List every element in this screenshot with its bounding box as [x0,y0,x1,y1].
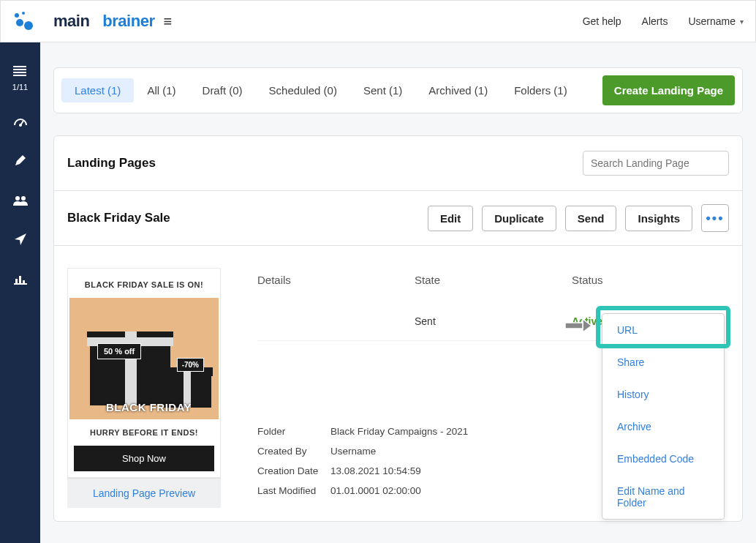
insights-button[interactable]: Insights [625,206,692,231]
svg-rect-13 [15,279,18,283]
shop-now-button[interactable]: Shop Now [74,446,214,471]
dropdown-item-edit-name-folder[interactable]: Edit Name and Folder [602,475,724,519]
svg-rect-4 [13,66,26,67]
discount-tag-50: 50 % off [97,343,141,359]
sidebar-counter: 1/11 [12,83,28,91]
more-actions-dropdown: URL Share History Archive Embedded Code … [602,313,725,520]
svg-point-10 [15,196,20,201]
black-friday-label: BLACK FRIDAY [106,401,192,413]
sidebar: 1/11 [0,42,40,543]
get-help-link[interactable]: Get help [583,15,621,27]
item-header: Black Friday Sale Edit Duplicate Send In… [54,191,742,246]
tab-all[interactable]: All (1) [134,78,189,102]
meta-created-by-value: Username [330,446,376,457]
chart-icon [14,273,27,288]
tab-scheduled[interactable]: Scheduled (0) [256,78,350,102]
svg-rect-15 [23,280,25,283]
meta-last-modified-label: Last Modified [257,485,330,496]
duplicate-button[interactable]: Duplicate [482,206,556,231]
svg-point-2 [16,19,23,26]
arrow-icon [564,316,593,335]
paper-plane-icon [14,233,27,250]
edit-button[interactable]: Edit [428,206,473,231]
gift-scene: 50 % off -70% BLACK FRIDAY [69,298,219,419]
preview-subline: HURRY BEFORE IT ENDS! [68,419,220,446]
alerts-link[interactable]: Alerts [642,15,668,27]
item-title: Black Friday Sale [67,211,170,225]
meta-folder-value: Black Friday Campaigns - 2021 [330,426,468,437]
svg-line-9 [20,121,23,125]
svg-rect-36 [565,323,583,329]
state-label: State [415,274,572,286]
sidebar-item-edit[interactable] [14,154,27,171]
meta-last-modified-value: 01.01.0001 02:00:00 [330,485,421,496]
users-icon [12,194,29,209]
preview-column: BLACK FRIDAY SALE IS ON! 50 % off -70% B… [67,268,221,508]
details-label: Details [257,274,415,286]
item-body: BLACK FRIDAY SALE IS ON! 50 % off -70% B… [54,246,742,521]
svg-rect-12 [14,283,27,285]
tabs-bar: Latest (1) All (1) Draft (0) Scheduled (… [53,67,743,113]
tab-sent[interactable]: Sent (1) [350,78,415,102]
preview-card: BLACK FRIDAY SALE IS ON! 50 % off -70% B… [67,268,221,478]
gauge-icon [13,115,28,130]
svg-rect-14 [19,276,21,283]
chevron-down-icon: ▾ [740,18,744,26]
landing-pages-panel: Landing Pages Black Friday Sale Edit Dup… [53,135,743,522]
preview-image: 50 % off -70% BLACK FRIDAY [69,298,219,419]
svg-rect-7 [13,75,26,76]
svg-point-1 [22,12,25,15]
meta-creation-date-value: 13.08.2021 10:54:59 [330,465,421,476]
dropdown-item-url[interactable]: URL [602,314,724,346]
svg-rect-5 [13,69,26,70]
tab-latest[interactable]: Latest (1) [61,78,134,102]
dropdown-item-share[interactable]: Share [602,346,724,378]
create-landing-page-button[interactable]: Create Landing Page [602,75,735,105]
search-input[interactable] [583,151,729,176]
username-menu[interactable]: Username ▾ [688,15,744,27]
meta-creation-date-label: Creation Date [257,465,330,476]
more-actions-button[interactable]: ••• [701,204,729,232]
svg-rect-6 [13,72,26,73]
tab-folders[interactable]: Folders (1) [501,78,581,102]
tabs: Latest (1) All (1) Draft (0) Scheduled (… [61,78,581,102]
panel-header: Landing Pages [54,136,742,191]
pencil-icon [14,154,27,171]
send-button[interactable]: Send [565,206,617,231]
dropdown-item-history[interactable]: History [602,378,724,411]
state-value: Sent [415,315,572,327]
meta-created-by-label: Created By [257,446,330,457]
arrow-annotation [564,316,593,338]
meta-folder-label: Folder [257,426,330,437]
panel-title: Landing Pages [67,156,156,171]
dropdown-item-embedded-code[interactable]: Embedded Code [602,443,724,475]
list-icon [13,64,26,80]
svg-point-0 [15,13,19,18]
menu-icon[interactable]: ≡ [163,13,172,30]
svg-point-11 [21,196,26,201]
username-label: Username [688,15,736,27]
main-content: Latest (1) All (1) Draft (0) Scheduled (… [40,42,756,543]
logo[interactable]: mainbrainer [12,11,154,31]
logo-text: mainbrainer [40,12,154,31]
sidebar-item-dashboard[interactable] [13,115,28,130]
sidebar-item-analytics[interactable] [14,273,27,288]
discount-tag-70: -70% [177,358,204,372]
sidebar-item-users[interactable] [12,194,29,209]
landing-page-preview-link[interactable]: Landing Page Preview [67,478,221,508]
tab-archived[interactable]: Archived (1) [415,78,501,102]
svg-point-3 [24,21,33,30]
logo-icon [12,11,36,31]
top-header: mainbrainer ≡ Get help Alerts Username ▾ [0,0,756,42]
preview-headline: BLACK FRIDAY SALE IS ON! [68,269,220,298]
status-label: Status [572,274,729,286]
tab-draft[interactable]: Draft (0) [189,78,256,102]
dropdown-item-archive[interactable]: Archive [602,411,724,443]
more-icon: ••• [706,211,725,226]
sidebar-item-counter[interactable]: 1/11 [12,64,28,91]
item-actions: Edit Duplicate Send Insights ••• [428,204,729,232]
sidebar-item-send[interactable] [14,233,27,250]
